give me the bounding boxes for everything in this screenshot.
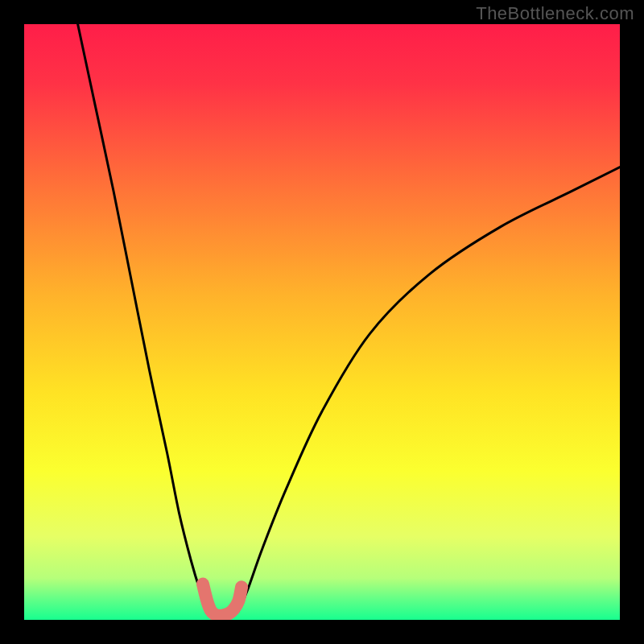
watermark-text: TheBottleneck.com xyxy=(476,3,634,24)
gradient-background xyxy=(24,24,620,620)
chart-stage: TheBottleneck.com xyxy=(0,0,644,644)
svg-rect-0 xyxy=(24,24,620,620)
